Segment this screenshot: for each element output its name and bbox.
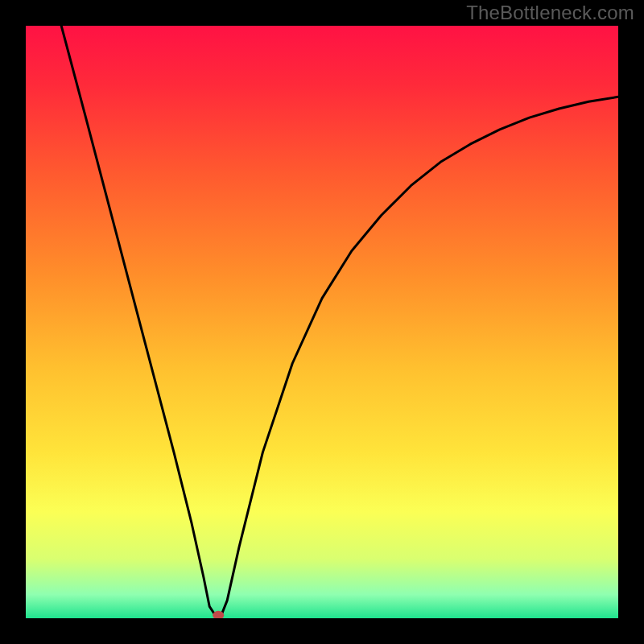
watermark-text: TheBottleneck.com: [466, 2, 634, 24]
plot-area: [26, 26, 618, 618]
gradient-background: [26, 26, 618, 618]
chart-frame: TheBottleneck.com: [0, 0, 644, 644]
chart-svg: [26, 26, 618, 618]
